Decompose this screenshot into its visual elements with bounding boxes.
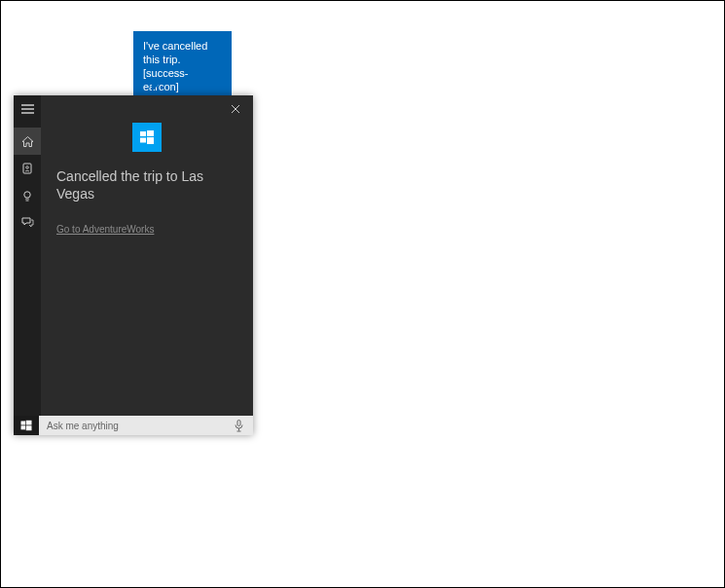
- app-icon-row: [41, 123, 253, 162]
- svg-rect-9: [21, 425, 26, 429]
- svg-rect-3: [140, 131, 146, 136]
- microphone-icon[interactable]: [232, 419, 245, 432]
- cortana-speech-bubble: I've cancelled this trip. [success-earco…: [133, 31, 232, 103]
- svg-rect-7: [21, 422, 26, 425]
- go-to-app-link[interactable]: Go to AdventureWorks: [56, 224, 154, 235]
- main-content-panel: Cancelled the trip to Las Vegas Go to Ad…: [41, 95, 253, 435]
- svg-rect-6: [147, 137, 154, 144]
- svg-point-2: [24, 191, 30, 197]
- speech-line: I've cancelled: [143, 39, 222, 53]
- speech-bubble-tail: [152, 78, 165, 92]
- hamburger-menu-button[interactable]: [14, 95, 41, 123]
- speech-line: this trip.: [143, 53, 222, 66]
- svg-point-1: [26, 166, 29, 169]
- svg-rect-4: [147, 130, 154, 136]
- app-tile-icon: [132, 123, 162, 152]
- content-area: Cancelled the trip to Las Vegas Go to Ad…: [41, 162, 253, 237]
- taskbar-search-region: [14, 416, 253, 435]
- svg-rect-5: [140, 138, 146, 143]
- home-icon[interactable]: [14, 128, 41, 155]
- start-button[interactable]: [14, 416, 39, 435]
- cortana-panel: Cancelled the trip to Las Vegas Go to Ad…: [14, 95, 253, 435]
- panel-top-bar: [41, 95, 253, 123]
- lightbulb-icon[interactable]: [14, 182, 41, 209]
- svg-rect-8: [26, 421, 32, 425]
- search-input[interactable]: [47, 421, 232, 431]
- left-rail: [14, 95, 41, 435]
- result-message: Cancelled the trip to Las Vegas: [56, 167, 237, 202]
- svg-rect-11: [237, 420, 240, 425]
- notebook-icon[interactable]: [14, 155, 41, 182]
- svg-rect-10: [26, 425, 32, 430]
- feedback-icon[interactable]: [14, 209, 41, 237]
- search-box[interactable]: [39, 416, 253, 435]
- close-button[interactable]: [224, 97, 247, 121]
